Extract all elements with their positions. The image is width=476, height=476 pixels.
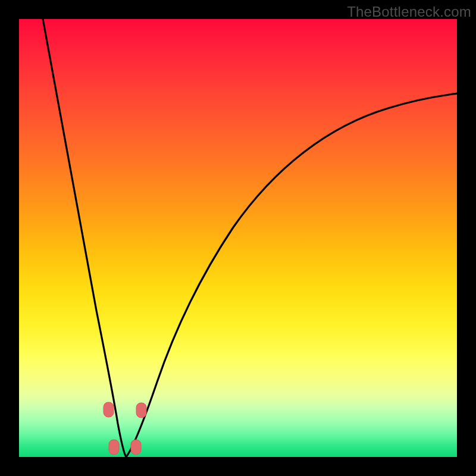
watermark-text: TheBottleneck.com: [347, 4, 471, 20]
chart-svg: [19, 19, 457, 457]
bottleneck-curve-left: [43, 19, 126, 457]
chart-frame: TheBottleneck.com: [0, 0, 476, 476]
plot-area: [19, 19, 457, 457]
marker-lower-left: [109, 440, 119, 455]
curve-group: [43, 19, 457, 457]
marker-lower-right: [131, 440, 141, 455]
marker-upper-right: [136, 403, 146, 418]
marker-upper-left: [104, 402, 114, 417]
bottleneck-curve-right: [126, 93, 457, 457]
